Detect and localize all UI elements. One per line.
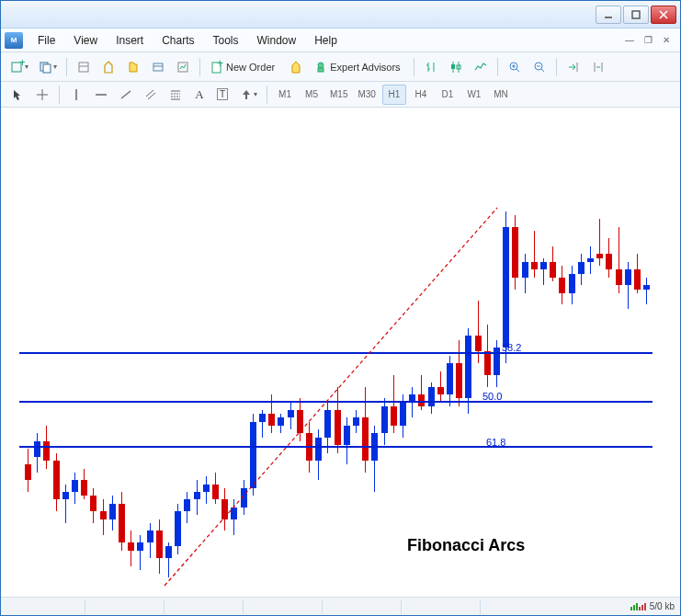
- svg-line-26: [516, 69, 519, 72]
- svg-rect-7: [43, 64, 51, 73]
- chart-shift-button[interactable]: [587, 57, 609, 77]
- equidistant-channel-button[interactable]: [140, 85, 162, 105]
- menu-help[interactable]: Help: [305, 30, 346, 51]
- app-icon: M: [5, 32, 23, 49]
- arrows-button[interactable]: ▾: [235, 85, 261, 105]
- market-watch-button[interactable]: [73, 57, 95, 77]
- chart-area[interactable]: 38.2 50.0 61.8 Fibonacci Arcs: [1, 108, 680, 597]
- toolbar-separator: [59, 86, 60, 104]
- timeframe-m30[interactable]: M30: [354, 85, 379, 105]
- fib-label-500: 50.0: [482, 391, 502, 402]
- toolbar-separator: [199, 58, 200, 76]
- menu-tools[interactable]: Tools: [204, 30, 248, 51]
- minimize-button[interactable]: [596, 6, 621, 24]
- expert-advisors-button[interactable]: Expert Advisors: [310, 57, 407, 77]
- fib-label-618: 61.8: [486, 437, 505, 448]
- status-cell: [323, 599, 402, 614]
- new-chart-button[interactable]: +▾: [6, 57, 32, 77]
- expert-advisors-label: Expert Advisors: [328, 62, 403, 73]
- toolbar-main: +▾ ▾ +New Order Expert Advisors: [1, 52, 680, 82]
- candlestick-button[interactable]: [445, 57, 467, 77]
- fibonacci-button[interactable]: [165, 85, 187, 105]
- text-button[interactable]: A: [189, 85, 210, 105]
- toolbar-separator: [497, 58, 498, 76]
- statusbar: 5/0 kb: [1, 597, 680, 615]
- svg-line-30: [541, 69, 544, 72]
- menubar: M File View Insert Charts Tools Window H…: [1, 29, 680, 52]
- line-chart-button[interactable]: [470, 57, 492, 77]
- cursor-button[interactable]: [6, 85, 28, 105]
- new-order-label: New Order: [224, 62, 278, 73]
- chart-annotation-text: Fibonacci Arcs: [407, 536, 525, 555]
- fib-label-382: 38.2: [502, 342, 521, 353]
- child-restore-button[interactable]: ❐: [641, 34, 654, 47]
- zoom-out-button[interactable]: [528, 57, 550, 77]
- vertical-line-button[interactable]: [65, 85, 87, 105]
- svg-point-15: [318, 63, 323, 68]
- timeframe-h1[interactable]: H1: [382, 85, 406, 105]
- close-button[interactable]: [651, 6, 676, 24]
- svg-rect-16: [318, 68, 323, 72]
- status-cell: [6, 599, 85, 614]
- svg-rect-22: [451, 64, 455, 69]
- bar-chart-button[interactable]: [420, 57, 442, 77]
- status-cell: [165, 599, 244, 614]
- maximize-button[interactable]: [623, 6, 649, 24]
- auto-scroll-button[interactable]: [562, 57, 585, 77]
- horizontal-line-button[interactable]: [90, 85, 112, 105]
- child-minimize-button[interactable]: —: [623, 34, 636, 47]
- profiles-button[interactable]: ▾: [35, 57, 61, 77]
- menu-view[interactable]: View: [64, 30, 107, 51]
- svg-line-39: [121, 91, 131, 98]
- status-cell: [244, 599, 323, 614]
- timeframe-w1[interactable]: W1: [462, 85, 486, 105]
- menu-window[interactable]: Window: [248, 30, 306, 51]
- svg-rect-8: [79, 63, 88, 72]
- timeframe-m1[interactable]: M1: [273, 85, 297, 105]
- crosshair-button[interactable]: [31, 85, 53, 105]
- timeframe-h4[interactable]: H4: [409, 85, 433, 105]
- toolbar-separator: [66, 58, 67, 76]
- menu-charts[interactable]: Charts: [153, 30, 203, 51]
- fib-line-618[interactable]: [19, 446, 653, 448]
- toolbar-separator: [556, 58, 557, 76]
- child-window-controls: — ❐ ✕: [623, 34, 676, 47]
- menu-file[interactable]: File: [28, 30, 64, 51]
- status-cell: [402, 599, 481, 614]
- terminal-button[interactable]: [147, 57, 169, 77]
- svg-rect-10: [153, 63, 163, 71]
- fib-line-500[interactable]: [19, 401, 653, 403]
- timeframe-mn[interactable]: MN: [489, 85, 513, 105]
- metaquotes-button[interactable]: [285, 57, 307, 77]
- titlebar: [1, 1, 680, 29]
- text-label-button[interactable]: T: [212, 85, 233, 105]
- menu-insert[interactable]: Insert: [107, 30, 153, 51]
- connection-indicator-icon: [630, 603, 646, 610]
- child-close-button[interactable]: ✕: [660, 34, 673, 47]
- app-window: M File View Insert Charts Tools Window H…: [0, 0, 681, 616]
- navigator-button[interactable]: [122, 57, 144, 77]
- svg-rect-1: [632, 11, 640, 18]
- trendline-button[interactable]: [115, 85, 137, 105]
- status-cells: [6, 599, 630, 614]
- fib-line-382[interactable]: [19, 352, 653, 354]
- zoom-in-button[interactable]: [504, 57, 526, 77]
- status-cell: [85, 599, 165, 614]
- toolbar-drawing: A T ▾ M1 M5 M15 M30 H1 H4 D1 W1 MN: [1, 82, 680, 108]
- strategy-tester-button[interactable]: [172, 57, 194, 77]
- svg-text:+: +: [217, 60, 223, 70]
- timeframe-m5[interactable]: M5: [300, 85, 323, 105]
- data-window-button[interactable]: [97, 57, 119, 77]
- status-transfer: 5/0 kb: [650, 601, 675, 611]
- new-order-button[interactable]: +New Order: [206, 57, 282, 77]
- timeframe-m15[interactable]: M15: [326, 85, 351, 105]
- toolbar-separator: [414, 58, 414, 76]
- timeframe-d1[interactable]: D1: [436, 85, 460, 105]
- toolbar-separator: [267, 86, 267, 104]
